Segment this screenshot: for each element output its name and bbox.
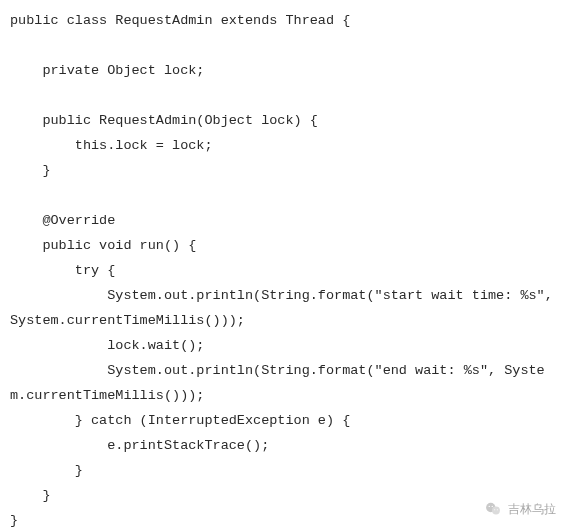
svg-point-2 — [489, 506, 490, 507]
wechat-icon — [484, 500, 502, 518]
svg-point-1 — [492, 507, 500, 515]
watermark: 吉林乌拉 — [484, 500, 556, 518]
watermark-label: 吉林乌拉 — [508, 501, 556, 518]
svg-point-3 — [492, 506, 493, 507]
svg-point-4 — [494, 509, 495, 510]
code-block: public class RequestAdmin extends Thread… — [0, 0, 568, 528]
svg-point-5 — [497, 509, 498, 510]
